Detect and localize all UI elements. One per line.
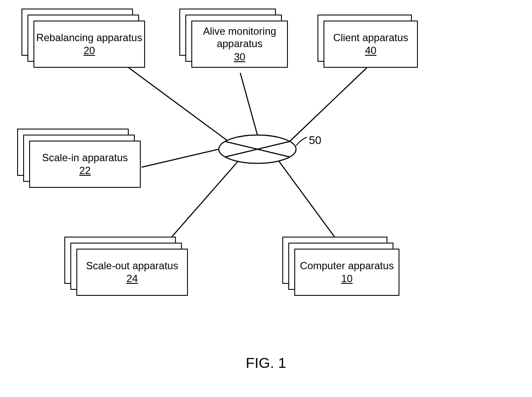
svg-line-8 bbox=[279, 161, 343, 249]
scale-out-box: Scale-out apparatus 24 bbox=[76, 249, 188, 296]
scale-in-box: Scale-in apparatus 22 bbox=[29, 141, 141, 188]
box-label: Client apparatus bbox=[333, 32, 408, 44]
svg-point-0 bbox=[219, 135, 296, 163]
box-ref: 22 bbox=[79, 165, 91, 177]
svg-line-5 bbox=[290, 68, 367, 141]
box-label: Alive monitoring apparatus bbox=[192, 25, 287, 50]
box-ref: 30 bbox=[234, 51, 245, 63]
computer-box: Computer apparatus 10 bbox=[294, 249, 399, 296]
diagram-container: Rebalancing apparatus 20 Alive monitorin… bbox=[0, 0, 532, 397]
svg-line-7 bbox=[162, 161, 238, 248]
box-ref: 20 bbox=[84, 45, 95, 57]
box-label: Computer apparatus bbox=[300, 260, 394, 272]
box-ref: 40 bbox=[365, 45, 377, 57]
client-box: Client apparatus 40 bbox=[323, 21, 418, 68]
svg-line-1 bbox=[225, 141, 290, 157]
svg-line-3 bbox=[129, 68, 227, 141]
svg-line-2 bbox=[225, 141, 290, 157]
box-ref: 10 bbox=[341, 273, 353, 285]
svg-line-6 bbox=[142, 149, 219, 167]
alive-monitoring-box: Alive monitoring apparatus 30 bbox=[191, 21, 288, 68]
rebalancing-box: Rebalancing apparatus 20 bbox=[33, 21, 145, 68]
box-label: Scale-out apparatus bbox=[86, 260, 178, 272]
figure-caption: FIG. 1 bbox=[246, 355, 286, 371]
box-label: Scale-in apparatus bbox=[42, 152, 128, 164]
hub-reference-label: 50 bbox=[309, 134, 321, 147]
box-label: Rebalancing apparatus bbox=[36, 32, 142, 44]
svg-line-4 bbox=[240, 73, 257, 135]
box-ref: 24 bbox=[127, 273, 138, 285]
